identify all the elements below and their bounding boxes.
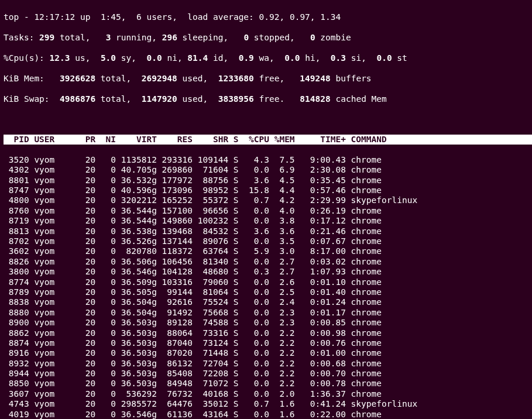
process-row: 8862 vyom 20 0 36.503g 88064 73316 S 0.0… xyxy=(4,328,528,338)
columns-header-wrapper: PID USER PR NI VIRT RES SHR S %CPU %MEM … xyxy=(4,135,528,145)
process-row: 4019 vyom 20 0 36.546g 61136 43164 S 0.0… xyxy=(4,410,528,419)
terminal-output[interactable]: top - 12:17:12 up 1:45, 6 users, load av… xyxy=(0,0,532,419)
process-row: 3520 vyom 20 0 1135812 293316 109144 S 4… xyxy=(4,155,528,165)
process-row: 8760 vyom 20 0 36.544g 157100 96656 S 0.… xyxy=(4,206,528,216)
process-row: 4800 vyom 20 0 3202212 165252 55372 S 0.… xyxy=(4,195,528,205)
process-row: 8944 vyom 20 0 36.503g 85408 72208 S 0.0… xyxy=(4,369,528,379)
process-row: 8789 vyom 20 0 36.505g 99144 81064 S 0.0… xyxy=(4,287,528,297)
process-row: 3607 vyom 20 0 536292 76732 40168 S 0.0 … xyxy=(4,389,528,399)
top-summary-line-4: KiB Mem: 3926628 total, 2692948 used, 12… xyxy=(4,74,528,84)
process-row: 3602 vyom 20 0 820780 118372 63764 S 5.9… xyxy=(4,246,528,256)
process-row: 8850 vyom 20 0 36.503g 84948 71072 S 0.0… xyxy=(4,379,528,389)
top-summary-line-5: KiB Swap: 4986876 total, 1147920 used, 3… xyxy=(4,94,528,104)
process-list: 3520 vyom 20 0 1135812 293316 109144 S 4… xyxy=(4,155,528,419)
process-row: 3800 vyom 20 0 36.546g 104128 48680 S 0.… xyxy=(4,267,528,277)
process-row: 8874 vyom 20 0 36.503g 87040 73124 S 0.0… xyxy=(4,338,528,348)
process-row: 8932 vyom 20 0 36.503g 86132 72704 S 0.0… xyxy=(4,359,528,369)
process-row: 8916 vyom 20 0 36.503g 87020 71448 S 0.0… xyxy=(4,348,528,358)
process-row: 8838 vyom 20 0 36.504g 92616 75524 S 0.0… xyxy=(4,297,528,307)
process-row: 8747 vyom 20 0 40.596g 173096 98952 S 15… xyxy=(4,186,528,195)
process-row: 8880 vyom 20 0 36.504g 91492 75668 S 0.0… xyxy=(4,308,528,318)
columns-header: PID USER PR NI VIRT RES SHR S %CPU %MEM … xyxy=(4,135,532,145)
process-row: 8719 vyom 20 0 36.544g 149860 100232 S 0… xyxy=(4,216,528,226)
process-row: 8900 vyom 20 0 36.503g 89128 74588 S 0.0… xyxy=(4,318,528,328)
process-row: 8826 vyom 20 0 36.506g 106456 81340 S 0.… xyxy=(4,257,528,267)
process-row: 8702 vyom 20 0 36.526g 137144 89076 S 0.… xyxy=(4,236,528,246)
top-summary-line-3: %Cpu(s): 12.3 us, 5.0 sy, 0.0 ni, 81.4 i… xyxy=(4,53,528,63)
process-row: 4302 vyom 20 0 40.705g 269860 71604 S 0.… xyxy=(4,165,528,175)
top-summary-line-2: Tasks: 299 total, 3 running, 296 sleepin… xyxy=(4,33,528,43)
blank-line xyxy=(4,114,528,124)
process-row: 8774 vyom 20 0 36.509g 103316 79060 S 0.… xyxy=(4,277,528,287)
top-summary-line-1: top - 12:17:12 up 1:45, 6 users, load av… xyxy=(4,12,528,22)
process-row: 8813 vyom 20 0 36.538g 139468 84532 S 3.… xyxy=(4,226,528,236)
process-row: 8801 vyom 20 0 36.532g 177972 88756 S 3.… xyxy=(4,176,528,186)
process-row: 4743 vyom 20 0 2985572 64476 35012 S 0.7… xyxy=(4,399,528,409)
